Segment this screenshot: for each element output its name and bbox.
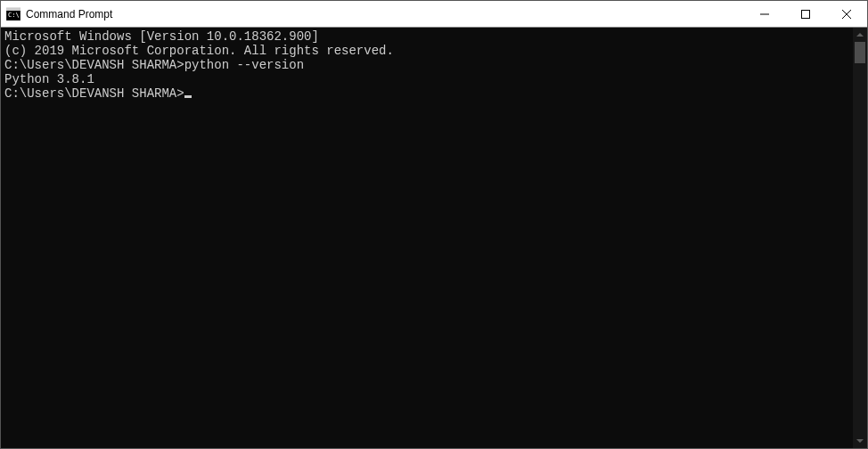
svg-rect-1 <box>6 8 20 11</box>
vertical-scrollbar[interactable] <box>853 28 867 448</box>
svg-marker-8 <box>856 439 864 443</box>
command-prompt-window: C:\ Command Prompt Microsoft Windows [Ve… <box>0 0 868 449</box>
terminal-line: (c) 2019 Microsoft Corporation. All righ… <box>4 44 849 58</box>
maximize-button[interactable] <box>785 1 826 27</box>
terminal-content[interactable]: Microsoft Windows [Version 10.0.18362.90… <box>1 28 853 448</box>
terminal-line: Microsoft Windows [Version 10.0.18362.90… <box>4 29 849 44</box>
cmd-icon: C:\ <box>6 7 20 21</box>
window-title: Command Prompt <box>26 8 744 20</box>
terminal-area: Microsoft Windows [Version 10.0.18362.90… <box>1 28 867 448</box>
terminal-line: C:\Users\DEVANSH SHARMA> <box>4 86 849 101</box>
window-controls <box>744 1 867 27</box>
cursor <box>184 95 192 98</box>
terminal-line: Python 3.8.1 <box>4 72 849 86</box>
prompt: C:\Users\DEVANSH SHARMA> <box>4 86 184 101</box>
minimize-button[interactable] <box>744 1 785 27</box>
scroll-up-icon[interactable] <box>853 28 867 42</box>
close-button[interactable] <box>826 1 867 27</box>
titlebar[interactable]: C:\ Command Prompt <box>1 1 867 28</box>
terminal-line: C:\Users\DEVANSH SHARMA>python --version <box>4 58 849 72</box>
prompt: C:\Users\DEVANSH SHARMA> <box>4 58 184 72</box>
scrollbar-thumb[interactable] <box>855 42 865 63</box>
svg-rect-4 <box>802 10 810 18</box>
scroll-down-icon[interactable] <box>853 434 867 448</box>
command-text: python --version <box>184 58 304 72</box>
svg-text:C:\: C:\ <box>8 12 20 19</box>
svg-marker-7 <box>856 33 864 37</box>
